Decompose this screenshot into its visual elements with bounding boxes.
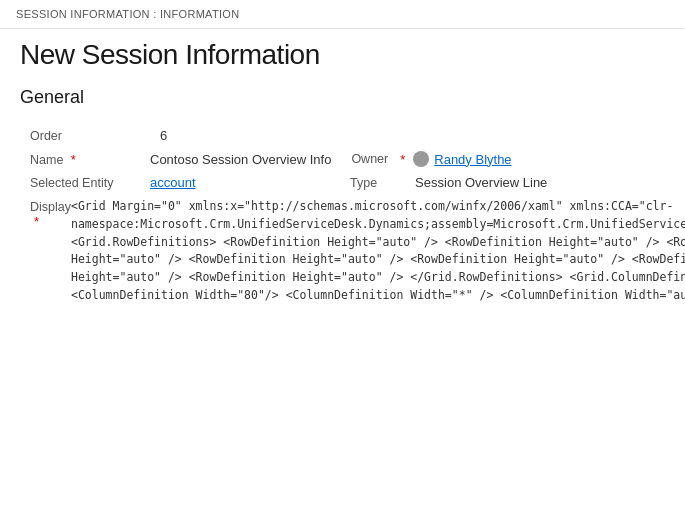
name-required-star: * [71,152,76,167]
owner-label: Owner [351,152,388,166]
display-required-star: * [34,214,39,229]
type-label: Type [350,176,377,190]
general-section: General Order 6 Name * Contoso Session O… [20,87,665,309]
display-value: <Grid Margin="0" xmlns:x="http://schemas… [71,198,685,305]
entity-row: Selected Entity account Type Session Ove… [20,171,665,194]
type-group: Type Session Overview Line [350,175,547,190]
selected-entity-label: Selected Entity [30,176,150,190]
page-title: New Session Information [20,39,665,71]
entity-link[interactable]: account [150,175,196,190]
owner-group: Owner * Randy Blythe [351,151,511,167]
page-container: New Session Information General Order 6 … [0,29,685,329]
display-row: Display * <Grid Margin="0" xmlns:x="http… [20,194,665,309]
owner-person-icon [413,151,429,167]
owner-value[interactable]: Randy Blythe [434,152,511,167]
order-value: 6 [160,128,167,143]
owner-required-star: * [400,152,405,167]
order-row: Order 6 [20,124,665,147]
name-row: Name * Contoso Session Overview Info Own… [20,147,665,171]
general-section-title: General [20,87,665,110]
display-label: Display * [30,198,71,229]
top-bar-label: SESSION INFORMATION : INFORMATION [16,8,239,20]
order-label: Order [30,129,160,143]
top-bar: SESSION INFORMATION : INFORMATION [0,0,685,29]
type-value: Session Overview Line [415,175,547,190]
selected-entity-value: account [150,175,330,190]
name-label: Name * [30,152,150,167]
name-value: Contoso Session Overview Info [150,152,331,167]
